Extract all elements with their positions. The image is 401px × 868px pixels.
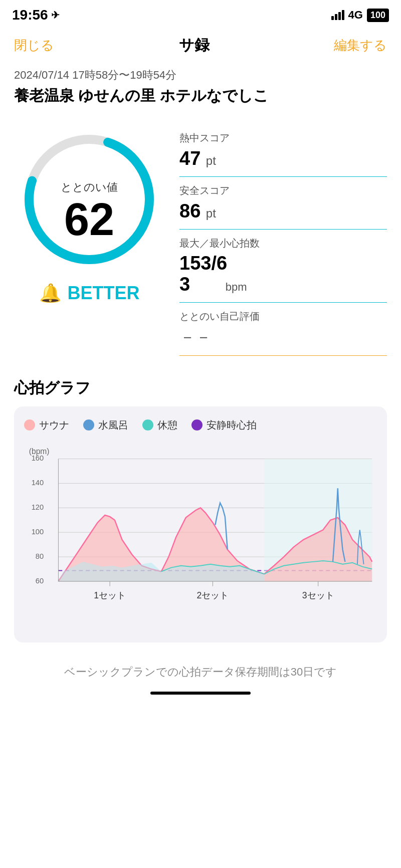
circle-label: ととのい値 (61, 180, 118, 195)
safety-label: 安全スコア (179, 184, 387, 197)
legend-sauna: サウナ (24, 418, 69, 432)
better-label: 🔔 BETTER (14, 283, 164, 304)
mizu-dot (83, 419, 94, 430)
nav-bar: 閉じる サ録 編集する (0, 27, 401, 64)
resting-hr-dot (191, 419, 203, 430)
self-eval-label: ととのい自己評価 (179, 310, 387, 323)
heat-stress-stat: 熱中スコア 47 pt (179, 124, 387, 177)
status-right: 4G 100 (331, 9, 389, 22)
legend-resting-hr: 安静時心拍 (191, 418, 257, 432)
svg-text:140: 140 (32, 479, 44, 487)
signal-bars (331, 10, 344, 20)
status-bar: 19:56 ✈ 4G 100 (0, 0, 401, 27)
circle-value: 62 (61, 197, 118, 242)
svg-text:100: 100 (32, 528, 44, 536)
session-date: 2024/07/14 17時58分〜19時54分 (14, 68, 387, 83)
network-type: 4G (348, 9, 363, 22)
chart-area: (bpm) 160 140 120 100 80 60 (24, 442, 377, 632)
heat-stress-label: 熱中スコア (179, 131, 387, 145)
status-time: 19:56 ✈ (12, 7, 60, 23)
heart-rate-stat: 最大／最小心拍数 153/6 3 bpm (179, 230, 387, 303)
session-info: 2024/07/14 17時58分〜19時54分 養老温泉 ゆせんの里 ホテルな… (0, 64, 401, 114)
score-section: ととのい値 62 🔔 BETTER 熱中スコア 47 pt 安全スコア 86 p… (0, 114, 401, 366)
self-eval-stat: ととのい自己評価 －－ (179, 303, 387, 356)
location-icon: ✈ (51, 9, 60, 21)
svg-text:80: 80 (36, 552, 44, 560)
heart-rate-label: 最大／最小心拍数 (179, 237, 387, 250)
svg-text:2セット: 2セット (197, 590, 229, 600)
better-text: BETTER (68, 283, 140, 304)
rest-dot (142, 419, 153, 430)
heat-stress-value: 47 pt (179, 148, 387, 169)
time-display: 19:56 (12, 7, 48, 23)
close-button[interactable]: 閉じる (14, 37, 54, 54)
heart-rate-value: 153/6 3 bpm (179, 253, 387, 295)
page-title: サ録 (179, 35, 210, 56)
graph-card: サウナ 水風呂 休憩 安静時心拍 (bpm) 160 (14, 406, 387, 642)
bell-icon: 🔔 (39, 283, 62, 304)
legend-rest: 休憩 (142, 418, 177, 432)
svg-text:1セット: 1セット (94, 590, 126, 600)
bottom-notice: ベーシックプランでの心拍データ保存期間は30日です (0, 655, 401, 688)
safety-stat: 安全スコア 86 pt (179, 177, 387, 230)
graph-title: 心拍グラフ (14, 378, 387, 398)
circle-center: ととのい値 62 (61, 180, 118, 242)
graph-section: 心拍グラフ サウナ 水風呂 休憩 安静時心拍 (0, 366, 401, 655)
stats-panel: 熱中スコア 47 pt 安全スコア 86 pt 最大／最小心拍数 153/6 3… (179, 124, 387, 356)
svg-text:160: 160 (32, 454, 44, 462)
safety-value: 86 pt (179, 200, 387, 222)
self-eval-value: －－ (179, 326, 387, 348)
home-indicator[interactable] (150, 692, 251, 695)
chart-svg: (bpm) 160 140 120 100 80 60 (24, 442, 377, 632)
session-name: 養老温泉 ゆせんの里 ホテルなでしこ (14, 86, 387, 106)
chart-legend: サウナ 水風呂 休憩 安静時心拍 (24, 418, 377, 432)
circle-gauge: ととのい値 62 🔔 BETTER (14, 124, 164, 304)
battery-indicator: 100 (367, 9, 389, 22)
legend-mizu: 水風呂 (83, 418, 128, 432)
svg-text:3セット: 3セット (302, 590, 334, 600)
svg-text:60: 60 (36, 577, 44, 585)
sauna-dot (24, 419, 35, 430)
svg-text:120: 120 (32, 503, 44, 511)
edit-button[interactable]: 編集する (334, 37, 387, 54)
